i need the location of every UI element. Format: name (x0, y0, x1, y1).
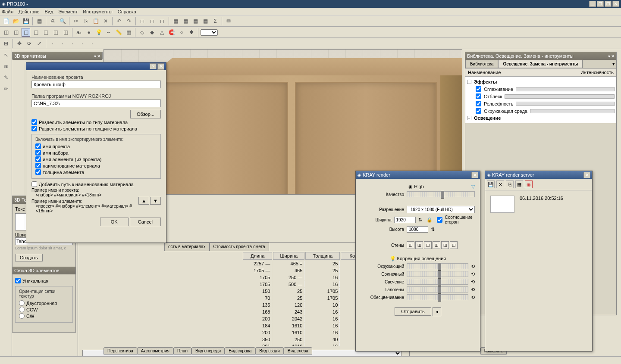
wall-6-button[interactable]: ◫ (450, 241, 458, 249)
magnet-icon[interactable]: 🧲 (167, 28, 176, 37)
redo-icon[interactable]: ↷ (125, 17, 133, 25)
print-icon[interactable]: 🖨 (48, 17, 57, 25)
split-mat-checkbox[interactable] (31, 119, 37, 125)
export-cancel-button[interactable]: Cancel (130, 218, 161, 226)
reset-5-icon[interactable]: ⟲ (471, 295, 475, 300)
cut-icon[interactable]: ✂ (72, 17, 80, 25)
maximize-button[interactable]: ❐ (597, 1, 604, 7)
ks-delete-icon[interactable]: ✕ (496, 180, 504, 188)
reset-3-icon[interactable]: ⟲ (471, 279, 475, 285)
new-icon[interactable]: 📄 (2, 17, 10, 25)
snap2-icon[interactable]: ◆ (147, 28, 156, 37)
add-path-checkbox[interactable] (31, 181, 37, 187)
halogen-slider[interactable] (407, 286, 468, 292)
two-sided-radio[interactable] (19, 300, 25, 306)
kray-close-icon[interactable]: ✕ (471, 172, 478, 178)
tab-cost[interactable]: Стоимость проекта-смета (210, 243, 269, 251)
ruler-icon[interactable]: 📏 (114, 28, 123, 37)
wall-2-button[interactable]: ◫ (415, 241, 423, 249)
unique-checkbox[interactable] (15, 278, 21, 283)
tab-library[interactable]: Библиотека (465, 60, 498, 68)
arrow-down-button[interactable]: ▼ (150, 197, 161, 205)
inc-thick-checkbox[interactable] (35, 169, 41, 175)
cube3-icon[interactable]: ◫ (22, 28, 30, 37)
snap1-icon[interactable]: ◇ (138, 28, 146, 37)
snap5-icon[interactable]: ✱ (187, 28, 196, 37)
arrow-up-button[interactable]: ▲ (138, 197, 149, 205)
wall-5-button[interactable]: ◫ (441, 241, 449, 249)
dialog-help-icon[interactable]: ? (150, 63, 157, 69)
cw-radio[interactable] (19, 313, 25, 319)
open-icon[interactable]: 📂 (12, 17, 20, 25)
undo-icon[interactable]: ↶ (115, 17, 123, 25)
op2-icon[interactable]: · (58, 39, 67, 48)
menu-tools[interactable]: Инструменты (83, 9, 113, 14)
ccw-radio[interactable] (19, 307, 25, 312)
panel-pin-icon[interactable]: ▾ (94, 54, 96, 59)
right-dropdown-icon[interactable]: ▾ (611, 60, 616, 68)
kray-server-close-icon[interactable]: ✕ (583, 172, 590, 178)
op1-icon[interactable]: · (48, 39, 57, 48)
reset-4-icon[interactable]: ⟲ (471, 287, 475, 292)
pan-icon[interactable]: ≋ (2, 62, 10, 71)
wall-3-button[interactable]: ◫ (424, 241, 432, 249)
quality-slider[interactable] (407, 191, 475, 197)
cube4-icon[interactable]: ◫ (31, 28, 40, 37)
rotate-icon[interactable]: ⟳ (25, 39, 34, 48)
snap4-icon[interactable]: ○ (177, 28, 186, 37)
col-thickness[interactable]: Толщина (305, 252, 340, 260)
tab-perspective[interactable]: Перспектива (104, 347, 137, 355)
reset-1-icon[interactable]: ⟲ (471, 264, 475, 269)
send-menu-button[interactable]: ◂ (433, 307, 441, 316)
list-icon[interactable]: ▦ (191, 17, 200, 25)
report-icon[interactable]: ▦ (181, 17, 190, 25)
ambient-slider[interactable] (407, 263, 468, 269)
menu-file[interactable]: Файл (2, 9, 13, 14)
width-input[interactable] (394, 217, 416, 223)
aspect-checkbox[interactable] (437, 217, 442, 223)
ks-save-icon[interactable]: 💾 (487, 180, 495, 188)
light1-icon[interactable]: ● (85, 28, 93, 37)
thumbnail[interactable] (490, 196, 514, 213)
preview-icon[interactable]: 🔍 (58, 17, 67, 25)
effect-reflection-checkbox[interactable] (476, 93, 481, 99)
calc-icon[interactable]: ▦ (171, 17, 180, 25)
tool-c-icon[interactable]: ◻ (158, 17, 166, 25)
right-close-icon[interactable]: ✕ (611, 54, 615, 59)
mail-icon[interactable]: ✉ (224, 17, 233, 25)
reset-2-icon[interactable]: ⟲ (471, 271, 475, 277)
paint-icon[interactable]: ✏ (2, 84, 10, 93)
desat-slider[interactable] (407, 294, 468, 300)
select-icon[interactable]: ↖ (2, 51, 10, 59)
create-button[interactable]: Создать (15, 254, 43, 261)
col-width[interactable]: Ширина (273, 252, 304, 260)
wall-1-button[interactable]: ◫ (407, 241, 414, 249)
opt-icon[interactable]: ▦ (201, 17, 210, 25)
op4-icon[interactable]: · (78, 39, 87, 48)
col-length[interactable]: Длина (243, 252, 272, 260)
inc-elem-checkbox[interactable] (35, 156, 41, 162)
export-icon[interactable]: ▤ (35, 17, 44, 25)
height-input[interactable] (407, 226, 428, 233)
grid-icon[interactable]: ▦ (124, 28, 133, 37)
move-icon[interactable]: ✥ (15, 39, 24, 48)
tool-b-icon[interactable]: ◻ (148, 17, 157, 25)
cube6-icon[interactable]: ◫ (51, 28, 60, 37)
op3-icon[interactable]: · (68, 39, 77, 48)
browse-button[interactable]: Обзор... (130, 110, 161, 118)
tab-left[interactable]: Вид слева (284, 347, 312, 355)
grid2-icon[interactable]: ⊞ (2, 39, 10, 48)
cube7-icon[interactable]: ◫ (61, 28, 70, 37)
ks-view-icon[interactable]: ▦ (515, 180, 523, 188)
export-ok-button[interactable]: OK (100, 218, 129, 226)
folder-input[interactable] (31, 100, 161, 107)
op5-icon[interactable]: · (88, 39, 97, 48)
resolution-select[interactable]: 1920 x 1080 (Full HD) (407, 206, 475, 213)
light2-icon[interactable]: 💡 (94, 28, 103, 37)
effect-relief-checkbox[interactable] (476, 101, 481, 106)
dim-icon[interactable]: ↔ (104, 28, 113, 37)
eyedrop-icon[interactable]: ✎ (2, 73, 10, 82)
zoom-select[interactable] (201, 29, 218, 36)
sum-icon[interactable]: Σ (211, 17, 220, 25)
tab-plan[interactable]: План (173, 347, 191, 355)
